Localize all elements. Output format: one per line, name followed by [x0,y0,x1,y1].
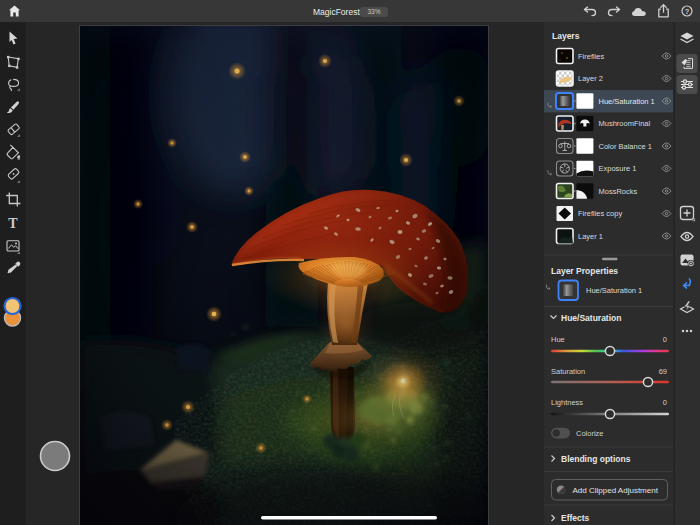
svg-text:MushroomFinal: MushroomFinal [599,119,651,128]
svg-text:Add Clipped Adjustment: Add Clipped Adjustment [573,486,659,495]
svg-text:?: ? [685,7,690,16]
svg-text:Hue/Saturation: Hue/Saturation [561,313,621,323]
svg-text:Layer Properties: Layer Properties [551,266,618,276]
svg-text:Layers: Layers [552,31,580,41]
svg-text:Colorize: Colorize [576,429,604,438]
svg-text:Layer 2: Layer 2 [578,74,603,83]
svg-text:Lightness: Lightness [551,398,583,407]
svg-text:T: T [8,216,18,231]
svg-text:0: 0 [663,398,667,407]
svg-text:Fireflies: Fireflies [578,52,605,61]
svg-text:Hue/Saturation 1: Hue/Saturation 1 [586,286,642,295]
svg-text:Layer 1: Layer 1 [578,232,603,241]
svg-text:Exposure 1: Exposure 1 [599,164,637,173]
svg-text:Color Balance 1: Color Balance 1 [599,142,652,151]
svg-text:MossRocks: MossRocks [599,187,638,196]
svg-text:0: 0 [663,335,667,344]
svg-text:Hue: Hue [551,335,565,344]
svg-text:Effects: Effects [561,513,590,523]
svg-text:Hue/Saturation 1: Hue/Saturation 1 [599,97,655,106]
svg-text:Blending options: Blending options [561,454,631,464]
svg-text:69: 69 [659,367,667,376]
svg-text:Fireflies copy: Fireflies copy [578,209,622,218]
svg-text:Saturation: Saturation [551,367,585,376]
